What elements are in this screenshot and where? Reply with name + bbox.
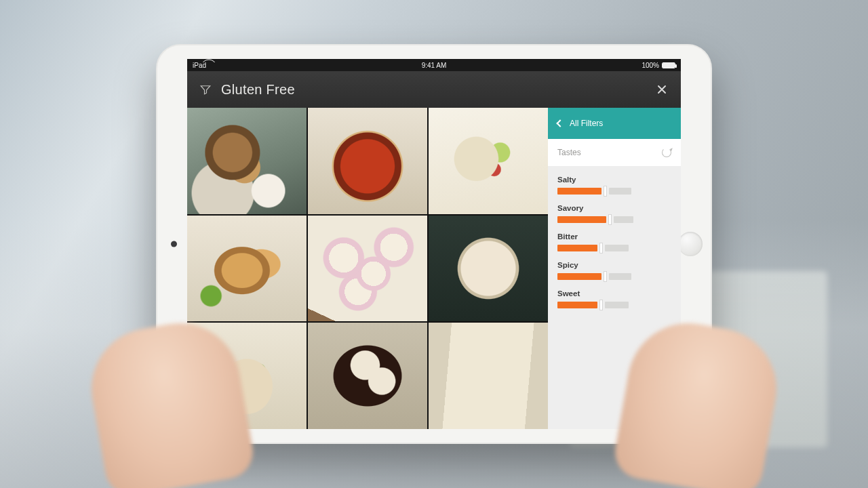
tablet-camera	[171, 241, 177, 247]
slider-fill	[557, 302, 597, 308]
status-bar: iPad 9:41 AM 100%	[187, 59, 681, 71]
close-button[interactable]	[655, 83, 669, 96]
slider-rest	[614, 216, 633, 223]
reset-icon[interactable]	[662, 148, 671, 157]
slider-track[interactable]	[557, 243, 671, 253]
slider-label: Bitter	[557, 232, 671, 241]
slider-knob[interactable]	[604, 186, 606, 196]
slider-fill	[557, 245, 597, 251]
slider-rest	[609, 188, 631, 195]
slider-knob[interactable]	[600, 300, 602, 310]
slider-fill	[557, 273, 601, 280]
filter-section-header: Tastes	[548, 139, 681, 166]
recipe-tile[interactable]	[308, 216, 427, 322]
slider-label: Spicy	[557, 261, 671, 269]
app-header: Gluten Free	[187, 71, 681, 108]
recipe-tile[interactable]	[187, 216, 307, 322]
taste-slider[interactable]: Bitter	[557, 232, 671, 253]
recipe-tile[interactable]	[429, 323, 548, 429]
taste-slider[interactable]: Spicy	[557, 261, 671, 281]
taste-slider[interactable]: Salty	[557, 176, 671, 196]
tablet-home-button[interactable]	[678, 232, 703, 256]
page-title: Gluten Free	[221, 82, 295, 98]
slider-rest	[605, 245, 629, 251]
taste-slider[interactable]: Sweet	[557, 289, 671, 310]
taste-slider[interactable]: Savory	[557, 204, 671, 224]
battery-icon	[662, 62, 675, 68]
slider-label: Savory	[557, 204, 671, 212]
recipe-tile[interactable]	[308, 323, 427, 429]
slider-knob[interactable]	[604, 272, 606, 281]
status-battery-pct: 100%	[642, 62, 659, 69]
slider-rest	[605, 302, 629, 308]
recipe-tile[interactable]	[308, 108, 427, 214]
chevron-left-icon	[556, 119, 564, 127]
back-label: All Filters	[570, 119, 603, 128]
slider-track[interactable]	[557, 272, 671, 281]
filter-section-label: Tastes	[557, 148, 581, 157]
recipe-tile[interactable]	[429, 216, 548, 322]
app-body: All Filters Tastes SaltySavoryBitterSpic…	[187, 108, 681, 429]
funnel-icon[interactable]	[199, 83, 212, 96]
screen: iPad 9:41 AM 100% Gluten Free	[187, 59, 681, 429]
slider-knob[interactable]	[609, 215, 611, 224]
slider-label: Sweet	[557, 289, 671, 298]
slider-track[interactable]	[557, 186, 671, 196]
background-photo: iPad 9:41 AM 100% Gluten Free	[0, 0, 868, 488]
taste-sliders: SaltySavoryBitterSpicySweet	[548, 166, 681, 310]
wifi-icon	[209, 62, 217, 68]
slider-fill	[557, 188, 601, 195]
recipe-grid	[187, 108, 548, 429]
slider-track[interactable]	[557, 300, 671, 310]
slider-knob[interactable]	[600, 243, 602, 253]
slider-track[interactable]	[557, 215, 671, 224]
status-time: 9:41 AM	[422, 62, 447, 69]
slider-label: Salty	[557, 176, 671, 184]
recipe-tile[interactable]	[429, 108, 548, 214]
recipe-tile[interactable]	[187, 108, 307, 214]
slider-fill	[557, 216, 606, 223]
back-all-filters[interactable]: All Filters	[548, 108, 681, 139]
slider-rest	[609, 273, 631, 280]
